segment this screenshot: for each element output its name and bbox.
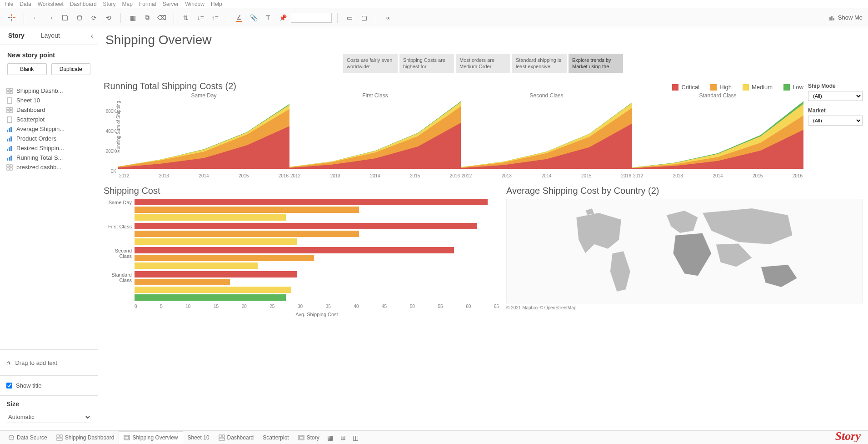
pin-icon[interactable]: 📌: [276, 11, 289, 24]
svg-point-35: [9, 435, 14, 437]
filter-market-select[interactable]: (All): [808, 116, 863, 126]
show-me-button[interactable]: Show Me: [829, 14, 863, 21]
bar[interactable]: [135, 279, 230, 285]
story-title[interactable]: Shipping Overview: [105, 33, 863, 47]
bar-category-label: Second Class: [104, 247, 135, 259]
bar[interactable]: [135, 214, 286, 221]
menu-data[interactable]: Data: [20, 1, 31, 7]
swap-icon[interactable]: ⇅: [180, 11, 192, 24]
svg-rect-11: [7, 91, 9, 94]
menu-map[interactable]: Map: [122, 1, 133, 7]
presentation-icon[interactable]: ▢: [358, 11, 370, 24]
bottom-tab[interactable]: Scatterplot: [258, 432, 293, 444]
bottom-tab[interactable]: Story: [294, 432, 324, 444]
bottom-tab[interactable]: Shipping Dashboard: [52, 432, 119, 444]
sidebar-item[interactable]: presized dashb...: [6, 162, 91, 172]
filter-shipmode-select[interactable]: (All): [808, 91, 863, 101]
menu-format[interactable]: Format: [139, 1, 156, 7]
menu-help[interactable]: Help: [211, 1, 222, 7]
new-dashboard-icon[interactable]: ⊞: [337, 431, 349, 444]
area-chart-panel[interactable]: Same Day: [118, 95, 289, 172]
tableau-logo-icon[interactable]: [5, 11, 18, 24]
fit-icon[interactable]: ▭: [343, 11, 356, 24]
auto-update-icon[interactable]: ⟳: [88, 11, 100, 24]
menu-server[interactable]: Server: [163, 1, 179, 7]
bar[interactable]: [135, 231, 359, 237]
svg-rect-19: [7, 130, 8, 132]
menu-worksheet[interactable]: Worksheet: [38, 1, 64, 7]
area-chart-panel[interactable]: Standard Class: [632, 95, 803, 172]
blank-button[interactable]: Blank: [7, 63, 47, 75]
labels-icon[interactable]: T: [262, 11, 274, 24]
sidebar-item[interactable]: Product Orders: [6, 134, 91, 143]
sidebar-item[interactable]: Average Shippin...: [6, 124, 91, 134]
svg-rect-0: [11, 14, 12, 16]
save-icon[interactable]: [59, 11, 71, 24]
bar[interactable]: [135, 207, 359, 213]
svg-rect-45: [299, 436, 303, 439]
story-nav-point[interactable]: Most orders are Medium Order: [456, 54, 510, 73]
size-select[interactable]: Automatic: [6, 411, 91, 423]
bar[interactable]: [135, 255, 314, 261]
story-nav-point[interactable]: Costs are fairly even worldwide:: [343, 54, 398, 73]
new-data-icon[interactable]: [73, 11, 86, 24]
toolbar-search-input[interactable]: [291, 13, 332, 23]
menu-bar: File Data Worksheet Dashboard Story Map …: [0, 0, 868, 8]
back-icon[interactable]: ←: [30, 11, 42, 24]
sidebar-item[interactable]: Dashboard: [6, 105, 91, 115]
forward-icon[interactable]: →: [44, 11, 57, 24]
sidebar-item[interactable]: Running Total S...: [6, 153, 91, 162]
story-nav-point[interactable]: Standard shipping is least expensive: [512, 54, 567, 73]
world-map-chart[interactable]: [506, 199, 863, 303]
bottom-tab[interactable]: Data Source: [4, 432, 52, 444]
menu-window[interactable]: Window: [185, 1, 205, 7]
area-chart-panel[interactable]: First Class: [289, 95, 461, 172]
bar[interactable]: [135, 287, 291, 293]
sidebar-item[interactable]: Sheet 10: [6, 96, 91, 105]
bottom-tab[interactable]: Shipping Overview: [119, 431, 183, 444]
story-nav-point[interactable]: Explore trends by Market using the: [569, 54, 623, 73]
highlight-icon[interactable]: ∠: [233, 11, 245, 24]
bar[interactable]: [135, 262, 258, 269]
chart2-title: Shipping Cost: [104, 186, 499, 196]
bar[interactable]: [135, 199, 488, 205]
bar[interactable]: [135, 294, 286, 301]
drag-text-box[interactable]: A Drag to add text: [0, 349, 98, 375]
sidebar-tab-story[interactable]: Story: [0, 27, 33, 45]
story-nav-point[interactable]: Shipping Costs are highest for: [399, 54, 454, 73]
duplicate-button[interactable]: Duplicate: [51, 63, 91, 75]
refresh-icon[interactable]: ⟲: [102, 11, 115, 24]
bar[interactable]: [135, 271, 297, 278]
new-worksheet-icon[interactable]: ▦: [324, 431, 337, 444]
bottom-tab[interactable]: Dashboard: [214, 432, 259, 444]
svg-rect-38: [57, 438, 62, 440]
sidebar-tab-layout[interactable]: Layout: [33, 27, 68, 45]
duplicate-icon[interactable]: ⧉: [141, 11, 154, 24]
sidebar-item[interactable]: Scatterplot: [6, 115, 91, 124]
svg-rect-32: [10, 165, 12, 167]
new-story-icon[interactable]: ◫: [349, 431, 362, 444]
bar[interactable]: [135, 247, 454, 253]
share-icon[interactable]: ∝: [382, 11, 394, 24]
sort-desc-icon[interactable]: ↑≡: [209, 11, 221, 24]
bar[interactable]: [135, 223, 477, 229]
svg-rect-4: [11, 17, 12, 18]
bottom-tab[interactable]: Sheet 10: [183, 432, 214, 444]
clear-icon[interactable]: ⌫: [155, 11, 168, 24]
svg-rect-23: [9, 138, 10, 141]
sidebar-item[interactable]: Resized Shippin...: [6, 143, 91, 153]
show-title-checkbox[interactable]: [6, 383, 12, 388]
sort-asc-icon[interactable]: ↓≡: [194, 11, 207, 24]
group-icon[interactable]: 📎: [247, 11, 260, 24]
story-canvas: Shipping Overview Costs are fairly even …: [98, 27, 868, 430]
menu-file[interactable]: File: [5, 1, 13, 7]
area-chart-panel[interactable]: Second Class: [461, 95, 632, 172]
map-credit: © 2021 Mapbox © OpenStreetMap: [506, 305, 863, 310]
svg-rect-24: [10, 136, 12, 141]
bar[interactable]: [135, 238, 297, 245]
menu-dashboard[interactable]: Dashboard: [70, 1, 97, 7]
menu-story[interactable]: Story: [103, 1, 116, 7]
collapse-sidebar-icon[interactable]: ‹: [86, 27, 98, 45]
new-sheet-icon[interactable]: ▦: [126, 11, 139, 24]
sidebar-item[interactable]: Shipping Dashb...: [6, 86, 91, 96]
